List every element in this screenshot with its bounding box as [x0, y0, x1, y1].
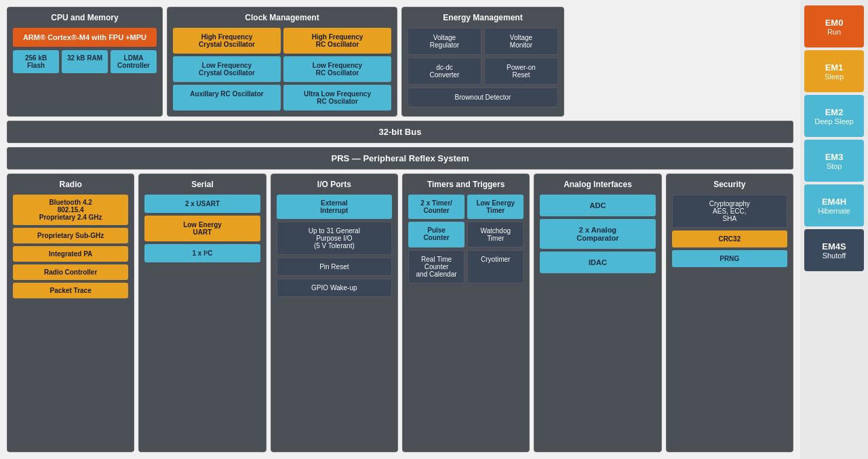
- timer-counter: 2 x Timer/Counter: [408, 195, 465, 219]
- em2-block[interactable]: EM2 Deep Sleep: [804, 95, 864, 137]
- bus-row: 32-bit Bus: [7, 121, 793, 143]
- i2c-block: 1 x I²C: [144, 244, 260, 262]
- timers-section: Timers and Triggers 2 x Timer/Counter Lo…: [402, 174, 530, 452]
- analog-items: ADC 2 x AnalogComparator IDAC: [540, 195, 655, 273]
- radio-section: Radio Bluetooth 4.2802.15.4Proprietary 2…: [7, 174, 134, 452]
- gpio-general: Up to 31 GeneralPurpose I/O(5 V Tolerant…: [277, 222, 392, 255]
- flash-block: 256 kB Flash: [13, 50, 59, 73]
- cpu-section: CPU and Memory ARM® Cortex®-M4 with FPU …: [7, 7, 163, 117]
- crypto-block: CryptographyAES, ECC,SHA: [672, 195, 787, 228]
- brownout-detector: Brownout Detector: [408, 87, 558, 107]
- radio-title: Radio: [13, 180, 128, 189]
- em3-label: EM3: [825, 152, 844, 162]
- lf-rc: Low FrequencyRC Oscillator: [283, 56, 391, 82]
- gpio-wakeup: GPIO Wake-up: [277, 279, 392, 297]
- power-on-reset: Power-onReset: [484, 58, 558, 85]
- energy-grid: VoltageRegulator VoltageMonitor dc-dcCon…: [408, 28, 558, 107]
- dcdc-converter: dc-dcConverter: [408, 58, 481, 85]
- em2-label: EM2: [825, 107, 844, 117]
- voltage-regulator: VoltageRegulator: [408, 28, 481, 55]
- hf-rc: High FrequencyRC Oscillator: [283, 28, 391, 54]
- em2-sub: Deep Sleep: [814, 117, 854, 125]
- timers-title: Timers and Triggers: [408, 180, 524, 189]
- usart-block: 2 x USART: [144, 195, 260, 213]
- pin-reset: Pin Reset: [277, 258, 392, 276]
- top-row: CPU and Memory ARM® Cortex®-M4 with FPU …: [7, 7, 793, 117]
- em3-block[interactable]: EM3 Stop: [804, 140, 864, 182]
- serial-title: Serial: [144, 180, 260, 189]
- radio-controller: Radio Controller: [13, 264, 128, 280]
- em4h-block[interactable]: EM4H Hibernate: [804, 184, 864, 226]
- bottom-row: Radio Bluetooth 4.2802.15.4Proprietary 2…: [7, 174, 793, 452]
- rtc-calendar: Real TimeCounterand Calendar: [408, 250, 465, 283]
- bluetooth-block: Bluetooth 4.2802.15.4Proprietary 2.4 GHz: [13, 195, 128, 225]
- cpu-title: CPU and Memory: [13, 13, 157, 22]
- em1-block[interactable]: EM1 Sleep: [804, 50, 864, 92]
- voltage-monitor: VoltageMonitor: [484, 28, 558, 55]
- em4h-sub: Hibernate: [818, 207, 850, 215]
- io-title: I/O Ports: [277, 180, 392, 189]
- adc-block: ADC: [540, 195, 655, 216]
- ulf-rc: Ultra Low FrequencyRC Oscilator: [283, 85, 391, 111]
- integrated-pa: Integrated PA: [13, 246, 128, 262]
- main-area: CPU and Memory ARM® Cortex®-M4 with FPU …: [0, 0, 800, 459]
- ram-block: 32 kB RAM: [62, 50, 108, 73]
- ext-interrupt: ExternalInterrupt: [277, 195, 392, 219]
- energy-title: Energy Management: [408, 13, 558, 22]
- prs-row: PRS — Peripheral Reflex System: [7, 147, 793, 169]
- analog-title: Analog Interfaces: [540, 180, 655, 189]
- hf-crystal: High FrequencyCrystal Oscillator: [173, 28, 281, 54]
- em1-sub: Sleep: [825, 73, 844, 81]
- timers-grid: 2 x Timer/Counter Low EnergyTimer PulseC…: [408, 195, 524, 283]
- security-items: CryptographyAES, ECC,SHA CRC32 PRNG: [672, 195, 787, 267]
- sidebar: EM0 Run EM1 Sleep EM2 Deep Sleep EM3 Sto…: [800, 0, 868, 459]
- security-section: Security CryptographyAES, ECC,SHA CRC32 …: [666, 174, 793, 452]
- pulse-counter: PulseCounter: [408, 222, 465, 247]
- em0-sub: Run: [827, 28, 841, 36]
- cpu-bottom: 256 kB Flash 32 kB RAM LDMA Controller: [13, 50, 157, 73]
- em0-label: EM0: [825, 18, 844, 28]
- le-uart: Low EnergyUART: [144, 216, 260, 241]
- em4s-label: EM4S: [822, 241, 846, 252]
- prng-block: PRNG: [672, 250, 787, 267]
- clock-section: Clock Management High FrequencyCrystal O…: [167, 7, 397, 117]
- em4s-sub: Shutoff: [823, 252, 846, 260]
- serial-items: 2 x USART Low EnergyUART 1 x I²C: [144, 195, 260, 262]
- arm-block: ARM® Cortex®-M4 with FPU +MPU: [13, 28, 157, 47]
- clock-title: Clock Management: [173, 13, 391, 22]
- cryotimer: Cryotimer: [467, 250, 524, 283]
- em1-label: EM1: [825, 62, 844, 73]
- cpu-inner: ARM® Cortex®-M4 with FPU +MPU 256 kB Fla…: [13, 28, 157, 73]
- energy-section: Energy Management VoltageRegulator Volta…: [401, 7, 564, 117]
- io-items: ExternalInterrupt Up to 31 GeneralPurpos…: [277, 195, 392, 297]
- watchdog-timer: WatchdogTimer: [467, 222, 524, 247]
- le-timer: Low EnergyTimer: [467, 195, 524, 219]
- idac-block: IDAC: [540, 252, 655, 273]
- packet-trace: Packet Trace: [13, 283, 128, 298]
- serial-section: Serial 2 x USART Low EnergyUART 1 x I²C: [138, 174, 266, 452]
- lf-crystal: Low FrequencyCrystal Oscillator: [173, 56, 281, 82]
- security-title: Security: [672, 180, 787, 189]
- em0-block[interactable]: EM0 Run: [804, 5, 864, 47]
- em4s-block[interactable]: EM4S Shutoff: [804, 229, 864, 271]
- em4h-label: EM4H: [822, 197, 846, 207]
- em3-sub: Stop: [827, 162, 842, 170]
- ldma-block: LDMA Controller: [111, 50, 157, 73]
- clock-grid: High FrequencyCrystal Oscillator High Fr…: [173, 28, 391, 111]
- aux-rc: Auxillary RC Oscillator: [173, 85, 281, 111]
- radio-items: Bluetooth 4.2802.15.4Proprietary 2.4 GHz…: [13, 195, 128, 298]
- prop-subghz: Proprietary Sub-GHz: [13, 228, 128, 243]
- crc32-block: CRC32: [672, 231, 787, 247]
- analog-section: Analog Interfaces ADC 2 x AnalogComparat…: [534, 174, 661, 452]
- comparator-block: 2 x AnalogComparator: [540, 219, 655, 249]
- io-section: I/O Ports ExternalInterrupt Up to 31 Gen…: [271, 174, 398, 452]
